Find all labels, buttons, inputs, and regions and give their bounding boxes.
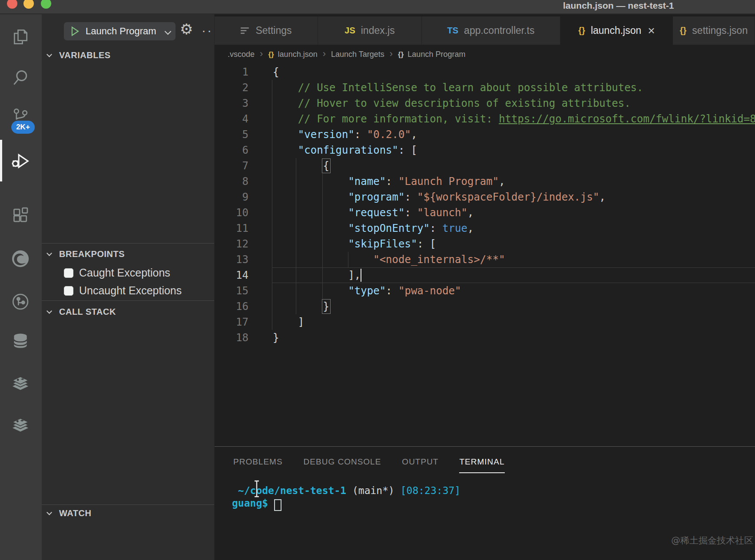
database-icon[interactable] <box>10 331 30 351</box>
checkbox-unchecked[interactable] <box>64 286 73 296</box>
line-number[interactable]: 12 <box>215 236 248 252</box>
panel-tab-output[interactable]: OUTPUT <box>402 457 438 473</box>
watch-section-header[interactable]: WATCH <box>42 505 214 521</box>
code-editor[interactable]: 1{2 // Use IntelliSense to learn about p… <box>215 64 755 446</box>
line-content: } <box>248 330 755 346</box>
code-token: , <box>467 222 474 234</box>
panel-tab-bar: PROBLEMS DEBUG CONSOLE OUTPUT TERMINAL <box>233 457 505 473</box>
panel-tab-terminal[interactable]: TERMINAL <box>459 457 504 473</box>
terminal-content[interactable]: ~/code/nest-test-1 (main*) [08:23:37] gu… <box>232 484 460 510</box>
gear-icon[interactable]: ⚙ <box>180 20 193 38</box>
ts-file-icon: TS <box>447 26 459 36</box>
extensions-icon[interactable] <box>10 207 30 227</box>
run-and-debug-icon[interactable] <box>10 151 30 171</box>
code-line[interactable]: 2 // Use IntelliSense to learn about pos… <box>215 80 755 96</box>
line-number[interactable]: 6 <box>215 142 248 158</box>
more-actions-icon[interactable]: ·· <box>202 23 213 38</box>
tab-settings-json[interactable]: {} settings.json <box>673 16 755 45</box>
panel-tab-debug-console[interactable]: DEBUG CONSOLE <box>304 457 381 473</box>
breadcrumb-item[interactable]: .vscode <box>228 50 255 59</box>
section-divider <box>42 243 214 244</box>
line-number[interactable]: 11 <box>215 221 248 236</box>
debug-sidebar: Launch Program ⚙ ·· VARIABLES BREAKPOINT… <box>42 14 215 560</box>
scm-pending-badge: 2K+ <box>11 121 35 134</box>
close-icon[interactable]: × <box>648 26 655 35</box>
zoom-window-button[interactable] <box>41 0 51 9</box>
line-number[interactable]: 15 <box>215 283 248 299</box>
code-line[interactable]: 6 "configurations": [ <box>215 142 755 158</box>
breadcrumb-item[interactable]: launch.json <box>278 50 318 59</box>
code-token: "type" <box>348 285 386 297</box>
code-token: { <box>323 160 329 172</box>
section-divider <box>42 300 214 301</box>
line-number[interactable]: 5 <box>215 127 248 142</box>
window-title: launch.json — nest-test-1 <box>563 0 674 11</box>
code-line[interactable]: 17 ] <box>215 314 755 330</box>
code-token <box>273 285 348 297</box>
tab-index-js[interactable]: JS index.js <box>318 16 422 45</box>
line-number[interactable]: 9 <box>215 189 248 205</box>
launch-config-label: Launch Program <box>86 26 166 37</box>
line-number[interactable]: 13 <box>215 252 248 267</box>
minimize-window-button[interactable] <box>23 0 34 9</box>
close-window-button[interactable] <box>7 0 17 9</box>
code-line[interactable]: 4 // For more information, visit: https:… <box>215 111 755 127</box>
breakpoint-caught-exceptions[interactable]: Caught Exceptions <box>64 267 170 279</box>
line-number[interactable]: 10 <box>215 205 248 221</box>
tab-settings[interactable]: Settings <box>215 16 318 45</box>
line-number[interactable]: 17 <box>215 314 248 330</box>
line-number[interactable]: 16 <box>215 299 248 314</box>
search-icon[interactable] <box>10 68 30 88</box>
tab-app-controller-ts[interactable]: TS app.controller.ts <box>422 16 560 45</box>
line-number[interactable]: 2 <box>215 80 248 96</box>
code-line[interactable]: 3 // Hover to view descriptions of exist… <box>215 96 755 111</box>
editor-tab-bar: Settings JS index.js TS app.controller.t… <box>215 14 755 45</box>
line-number[interactable]: 3 <box>215 96 248 111</box>
panel-tab-problems[interactable]: PROBLEMS <box>233 457 283 473</box>
code-token: "configurations" <box>298 144 398 156</box>
breadcrumb-item[interactable]: Launch Targets <box>331 50 384 59</box>
code-token: "request" <box>348 207 404 219</box>
code-token: "skipFiles" <box>348 238 417 250</box>
line-number[interactable]: 7 <box>215 158 248 174</box>
breakpoint-uncaught-exceptions[interactable]: Uncaught Exceptions <box>64 284 182 297</box>
line-number[interactable]: 18 <box>215 330 248 346</box>
line-content: "program": "${workspaceFolder}/index.js"… <box>248 189 755 205</box>
code-line[interactable]: 5 "version": "0.2.0", <box>215 127 755 142</box>
redis-icon[interactable] <box>10 373 30 393</box>
line-number[interactable]: 8 <box>215 174 248 189</box>
line-content: "type": "pwa-node" <box>248 283 755 299</box>
call-stack-section-header[interactable]: CALL STACK <box>42 304 214 320</box>
breakpoints-section-header[interactable]: BREAKPOINTS <box>42 246 214 262</box>
code-token: "version" <box>298 128 354 141</box>
js-file-icon: JS <box>344 26 355 36</box>
code-token: } <box>273 332 279 344</box>
git-circle-icon[interactable] <box>10 292 30 312</box>
checkbox-unchecked[interactable] <box>64 268 73 278</box>
line-number[interactable]: 4 <box>215 111 248 127</box>
line-content: // For more information, visit: https://… <box>248 111 755 127</box>
code-token: "name" <box>348 175 386 188</box>
chevron-down-icon <box>46 308 52 314</box>
line-content: "configurations": [ <box>248 142 755 158</box>
explorer-icon[interactable] <box>10 27 30 47</box>
launch-config-dropdown[interactable]: Launch Program <box>64 22 176 40</box>
line-content: { <box>248 158 755 174</box>
terminal-prompt: guang$ <box>232 497 268 509</box>
edge-browser-icon[interactable] <box>10 249 30 269</box>
redis-2-icon[interactable] <box>10 415 30 435</box>
vscode-window: launch.json — nest-test-1 2K+ <box>0 0 755 560</box>
tab-launch-json[interactable]: {} launch.json × <box>560 16 673 45</box>
code-line[interactable]: 1{ <box>215 64 755 80</box>
code-token: "${workspaceFolder}/index.js" <box>417 191 599 203</box>
line-content: "<node_internals>/**" <box>248 252 755 267</box>
code-token: "launch" <box>417 207 467 219</box>
code-line[interactable]: 18} <box>215 330 755 346</box>
code-token: // Use IntelliSense to learn about possi… <box>273 82 643 94</box>
line-number[interactable]: 1 <box>215 64 248 80</box>
line-number[interactable]: 14 <box>215 267 248 283</box>
breadcrumb-item[interactable]: Launch Program <box>407 50 465 59</box>
code-token <box>273 238 348 250</box>
variables-section-header[interactable]: VARIABLES <box>42 47 214 63</box>
code-token: : <box>386 285 398 297</box>
